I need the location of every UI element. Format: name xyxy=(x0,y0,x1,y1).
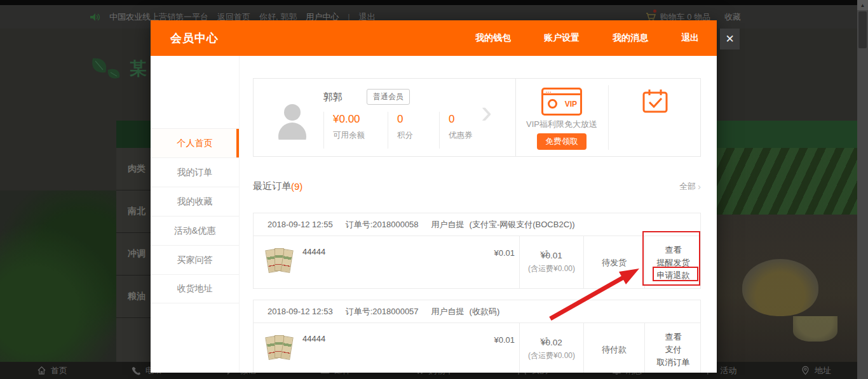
category-sidebar: 肉类 南北 冲调 粮油 xyxy=(116,148,151,362)
site-logo-text: 某 xyxy=(130,57,147,80)
vip-icon: ••• VIP xyxy=(541,88,582,116)
category-item-beverage[interactable]: 冲调 xyxy=(116,233,151,276)
modal-title: 会员中心 xyxy=(170,30,219,46)
profile-card: 郭郭 普通会员 ¥0.00 可用余额 0 积分 0 优惠券 xyxy=(253,78,701,157)
nav-account-settings[interactable]: 账户设置 xyxy=(544,32,580,44)
action-remind-shipment[interactable]: 提醒发货 xyxy=(657,256,690,269)
nav-my-wallet[interactable]: 我的钱包 xyxy=(475,32,511,44)
order-actions-cell: 查看 支付 取消订单 xyxy=(644,323,702,373)
tea-field-photo xyxy=(717,148,868,215)
order-total-cell: ¥0.01 (含运费¥0.00) xyxy=(519,236,583,289)
sidebar-item-my-favorites[interactable]: 我的收藏 xyxy=(151,187,239,216)
bottomnav-address[interactable]: 地址 xyxy=(801,365,831,376)
order-datetime: 2018-09-12 12:55 xyxy=(268,220,333,229)
screen: 中国农业线上营销第一平台 返回首页 你好, 郭郭 用户中心 | 退出 购物车 0… xyxy=(0,0,868,379)
sidebar-item-my-orders[interactable]: 我的订单 xyxy=(151,157,239,187)
user-stats: ¥0.00 可用余额 0 积分 0 优惠券 xyxy=(323,112,490,149)
member-level-badge: 普通会员 xyxy=(367,89,410,105)
order-body: 44444 ¥0.01 ×1 ¥0.01 (含运费¥0.00) 待发货 xyxy=(254,236,700,289)
order-payment: (支付宝-网银支付(BOCB2C)) xyxy=(470,219,575,230)
category-nav-band xyxy=(717,121,868,148)
sidebar-item-shipping-address[interactable]: 收货地址 xyxy=(151,274,239,303)
nav-my-messages[interactable]: 我的消息 xyxy=(613,32,648,44)
order-actions-cell: 查看 提醒发货 申请退款 xyxy=(644,236,702,289)
favorites-link[interactable]: 收藏 xyxy=(724,11,741,23)
checkin-section[interactable] xyxy=(608,79,702,156)
stat-balance: ¥0.00 可用余额 xyxy=(323,112,388,149)
recent-orders-count: (9) xyxy=(291,181,302,192)
sidebar-item-activities-coupons[interactable]: 活动&优惠 xyxy=(151,216,239,245)
product-name[interactable]: 44444 xyxy=(302,334,325,343)
order-body: 44444 ¥0.01 ×1 ¥0.02 (含运费¥0.00) 待付款 xyxy=(254,323,700,373)
close-icon[interactable]: ✕ xyxy=(720,29,740,50)
order-number: 订单号:2018000057 xyxy=(346,306,419,317)
order-card-2018000057: 2018-09-12 12:53 订单号:2018000057 用户自提 (收款… xyxy=(253,300,701,373)
speaker-icon xyxy=(90,13,100,22)
sidebar-item-buyer-qa[interactable]: 买家问答 xyxy=(151,245,239,274)
action-view[interactable]: 查看 xyxy=(665,331,682,343)
modal-sidebar: 个人首页 我的订单 我的收藏 活动&优惠 买家问答 收货地址 xyxy=(151,56,240,373)
modal-nav: 我的钱包 账户设置 我的消息 退出 xyxy=(475,32,699,44)
category-item-dry-goods[interactable]: 南北 xyxy=(116,190,151,233)
order-status-cell: 待付款 xyxy=(583,323,644,373)
stat-points: 0 积分 xyxy=(388,112,439,149)
order-payment: (收款码) xyxy=(470,306,500,317)
home-icon xyxy=(37,366,46,375)
scrollbar[interactable]: ▲ xyxy=(857,0,868,379)
teapot-shape xyxy=(742,259,818,316)
action-view[interactable]: 查看 xyxy=(665,244,682,256)
product-name[interactable]: 44444 xyxy=(302,247,325,256)
cart-badge-dot xyxy=(653,10,656,13)
order-delivery: 用户自提 xyxy=(431,306,465,317)
recent-orders-title: 最近订单 xyxy=(253,180,291,192)
category-header-block xyxy=(116,121,151,148)
chevron-right-icon: › xyxy=(698,181,701,192)
view-all-link[interactable]: 全部 xyxy=(679,181,696,192)
order-number: 订单号:2018000058 xyxy=(346,219,419,230)
chevron-right-icon[interactable]: › xyxy=(481,93,492,131)
recent-orders-header: 最近订单 (9) 全部 › xyxy=(253,180,701,192)
order-card-2018000058: 2018-09-12 12:55 订单号:2018000058 用户自提 (支付… xyxy=(253,213,701,289)
free-claim-button[interactable]: 免费领取 xyxy=(537,133,587,150)
action-request-refund[interactable]: 申请退款 xyxy=(657,269,690,282)
status-badge: 待付款 xyxy=(602,344,627,356)
category-item-meat[interactable]: 肉类 xyxy=(116,148,151,190)
leaf-logo-icon xyxy=(89,56,125,81)
modal-content: 郭郭 普通会员 ¥0.00 可用余额 0 积分 0 优惠券 xyxy=(240,56,717,373)
browser-top-strip xyxy=(0,0,868,5)
order-delivery: 用户自提 xyxy=(431,219,465,230)
product-price: ¥0.01 xyxy=(494,335,515,345)
teapot-photo xyxy=(717,215,868,362)
order-total-cell: ¥0.02 (含运费¥0.00) xyxy=(519,323,583,373)
map-pin-icon xyxy=(801,366,810,375)
phone-icon xyxy=(132,366,141,375)
order-header: 2018-09-12 12:55 订单号:2018000058 用户自提 (支付… xyxy=(254,213,700,236)
member-center-modal: 会员中心 我的钱包 账户设置 我的消息 退出 个人首页 我的订单 我的收藏 活动… xyxy=(151,20,717,373)
scrollbar-thumb[interactable] xyxy=(858,11,867,48)
avatar xyxy=(274,103,311,140)
calendar-check-icon xyxy=(641,88,669,114)
site-logo: 某 xyxy=(89,56,147,81)
tea-leaves-photo xyxy=(0,190,116,362)
vip-promo-text: VIP福利限免大放送 xyxy=(515,119,608,130)
product-price: ¥0.01 xyxy=(494,248,515,258)
vip-promo: ••• VIP VIP福利限免大放送 免费领取 xyxy=(515,79,608,156)
category-item-grain-oil[interactable]: 粮油 xyxy=(116,276,151,318)
action-cancel-order[interactable]: 取消订单 xyxy=(657,356,690,369)
scrollbar-up-arrow[interactable]: ▲ xyxy=(857,0,868,10)
order-header: 2018-09-12 12:53 订单号:2018000057 用户自提 (收款… xyxy=(254,300,700,323)
order-datetime: 2018-09-12 12:53 xyxy=(268,307,333,316)
user-name: 郭郭 xyxy=(323,91,342,103)
product-thumbnail[interactable] xyxy=(266,247,293,274)
action-pay[interactable]: 支付 xyxy=(665,343,682,356)
bottomnav-home[interactable]: 首页 xyxy=(37,365,67,376)
modal-header: 会员中心 我的钱包 账户设置 我的消息 退出 xyxy=(151,20,717,56)
nav-logout[interactable]: 退出 xyxy=(681,32,699,44)
status-badge: 待发货 xyxy=(602,257,627,269)
order-status-cell: 待发货 xyxy=(583,236,644,289)
product-thumbnail[interactable] xyxy=(266,334,293,361)
sidebar-item-personal-home[interactable]: 个人首页 xyxy=(151,128,239,157)
teacup-shape xyxy=(793,316,837,342)
